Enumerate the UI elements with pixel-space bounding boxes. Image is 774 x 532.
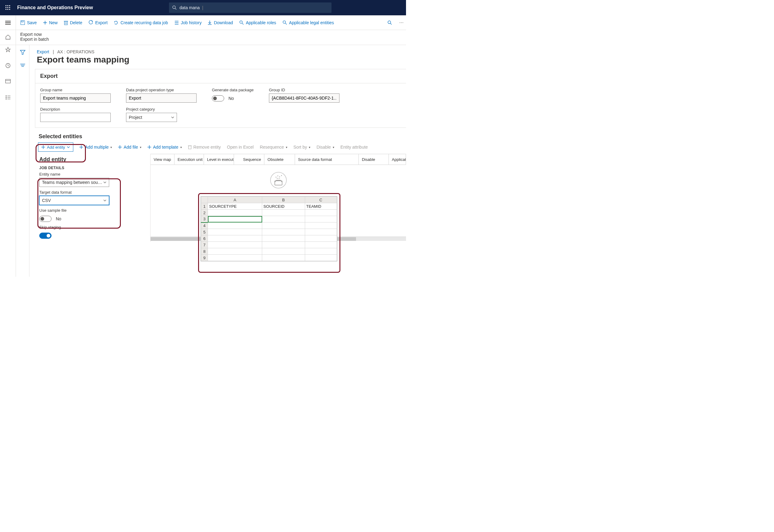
excel-cell[interactable]: TEAMID	[305, 203, 337, 210]
disable-button[interactable]: Disable▾	[316, 145, 334, 150]
excel-cell[interactable]	[262, 248, 305, 255]
skip-staging-toggle[interactable]	[39, 233, 51, 239]
group-id-input[interactable]	[269, 93, 339, 103]
excel-cell[interactable]	[305, 216, 337, 222]
excel-row-header[interactable]: 9	[201, 255, 208, 261]
sort-lines-button[interactable]	[20, 63, 25, 68]
col-sequence[interactable]: Sequence	[234, 154, 265, 165]
proj-cat-select[interactable]: Project	[126, 113, 177, 122]
op-type-input[interactable]	[126, 93, 196, 103]
breadcrumb-export-link[interactable]: Export	[37, 49, 49, 54]
excel-row-header[interactable]: 5	[201, 229, 208, 235]
use-sample-toggle[interactable]	[39, 216, 51, 222]
sort-lines-icon	[20, 63, 25, 67]
add-entity-button[interactable]: Add entity	[38, 143, 73, 152]
save-button[interactable]: Save	[20, 20, 37, 25]
export-button[interactable]: Export	[88, 20, 107, 25]
excel-col-A[interactable]: A	[208, 197, 262, 203]
excel-col-B[interactable]: B	[262, 197, 305, 203]
export-batch-link[interactable]: Export in batch	[20, 37, 49, 42]
excel-cell[interactable]	[305, 210, 337, 216]
add-template-button[interactable]: Add template▾	[147, 145, 182, 150]
excel-row-header[interactable]: 6	[201, 235, 208, 242]
excel-cell[interactable]	[208, 248, 262, 255]
group-id-label: Group ID	[269, 88, 339, 92]
col-disable[interactable]: Disable	[359, 154, 389, 165]
excel-cell[interactable]	[208, 210, 262, 216]
new-button[interactable]: New	[43, 20, 58, 25]
add-file-button[interactable]: Add file▾	[118, 145, 141, 150]
job-history-button[interactable]: Job history	[174, 20, 202, 25]
more-commands-button[interactable]: ⋯	[397, 15, 406, 30]
global-search-input[interactable]: data mana |	[169, 2, 331, 13]
excel-row-header[interactable]: 1	[201, 203, 208, 210]
excel-cell[interactable]	[262, 229, 305, 235]
excel-cell[interactable]	[262, 235, 305, 242]
recent-nav-button[interactable]	[0, 61, 16, 70]
excel-cell[interactable]	[305, 242, 337, 248]
resequence-button[interactable]: Resequence▾	[260, 145, 287, 150]
command-search-button[interactable]	[383, 15, 397, 30]
excel-cell[interactable]	[208, 216, 262, 222]
excel-col-C[interactable]: C	[305, 197, 337, 203]
excel-row-header[interactable]: 2	[201, 210, 208, 216]
excel-cell[interactable]	[262, 210, 305, 216]
excel-cell[interactable]	[208, 235, 262, 242]
modules-nav-button[interactable]	[0, 93, 16, 102]
applicable-roles-button[interactable]: Applicable roles	[239, 20, 276, 25]
col-view-map[interactable]: View map	[151, 154, 174, 165]
excel-cell[interactable]	[208, 255, 262, 261]
col-level[interactable]: Level in executi…	[204, 154, 234, 165]
excel-cell[interactable]: SOURCETYPE	[208, 203, 262, 210]
excel-row-header[interactable]: 3	[201, 216, 208, 222]
workspace-icon	[5, 79, 11, 84]
search-icon	[172, 5, 177, 10]
excel-cell[interactable]	[208, 242, 262, 248]
excel-row-header[interactable]: 7	[201, 242, 208, 248]
col-source-data-format[interactable]: Source data format	[295, 154, 359, 165]
excel-cell[interactable]	[305, 222, 337, 229]
create-recurring-button[interactable]: Create recurring data job	[114, 20, 168, 25]
chevron-down-icon	[103, 199, 106, 201]
excel-cell[interactable]	[262, 255, 305, 261]
excel-cell[interactable]	[262, 242, 305, 248]
favorites-nav-button[interactable]	[0, 45, 16, 54]
excel-cell[interactable]: SOURCEID	[262, 203, 305, 210]
delete-button[interactable]: Delete	[64, 20, 82, 25]
excel-corner[interactable]	[201, 197, 208, 203]
workspaces-nav-button[interactable]	[0, 77, 16, 86]
home-nav-button[interactable]	[0, 30, 16, 44]
description-input[interactable]	[40, 113, 111, 122]
nav-toggle-button[interactable]	[0, 15, 16, 30]
app-launcher-button[interactable]	[0, 0, 16, 15]
excel-cell[interactable]	[305, 229, 337, 235]
generate-pkg-toggle[interactable]	[212, 95, 224, 101]
excel-cell[interactable]	[305, 248, 337, 255]
filter-button[interactable]	[20, 50, 25, 56]
chevron-down-icon	[67, 146, 70, 148]
excel-cell[interactable]	[305, 255, 337, 261]
svg-rect-3	[6, 7, 6, 8]
remove-entity-button[interactable]: Remove entity	[188, 145, 221, 150]
entity-name-select[interactable]: Teams mapping between sou…	[39, 178, 109, 187]
col-execution-unit[interactable]: Execution unit ↑	[174, 154, 204, 165]
target-format-select[interactable]: CSV	[39, 196, 109, 205]
sort-by-button[interactable]: Sort by▾	[293, 145, 310, 150]
add-multiple-button[interactable]: Add multiple▾	[79, 145, 112, 150]
applicable-entities-button[interactable]: Applicable legal entities	[282, 20, 334, 25]
excel-row-header[interactable]: 8	[201, 248, 208, 255]
group-name-input[interactable]	[40, 93, 111, 103]
excel-cell[interactable]	[262, 216, 305, 222]
col-applicat[interactable]: Applicat	[389, 154, 406, 165]
open-in-excel-button[interactable]: Open in Excel	[227, 145, 253, 150]
excel-cell[interactable]	[262, 222, 305, 229]
download-button[interactable]: Download	[208, 20, 233, 25]
export-now-link[interactable]: Export now	[20, 32, 49, 37]
entity-attribute-button[interactable]: Entity attribute	[340, 145, 368, 150]
description-label: Description	[40, 107, 111, 112]
excel-row-header[interactable]: 4	[201, 222, 208, 229]
excel-cell[interactable]	[208, 229, 262, 235]
excel-cell[interactable]	[305, 235, 337, 242]
excel-cell[interactable]	[208, 222, 262, 229]
col-obsolete[interactable]: Obsolete	[264, 154, 295, 165]
